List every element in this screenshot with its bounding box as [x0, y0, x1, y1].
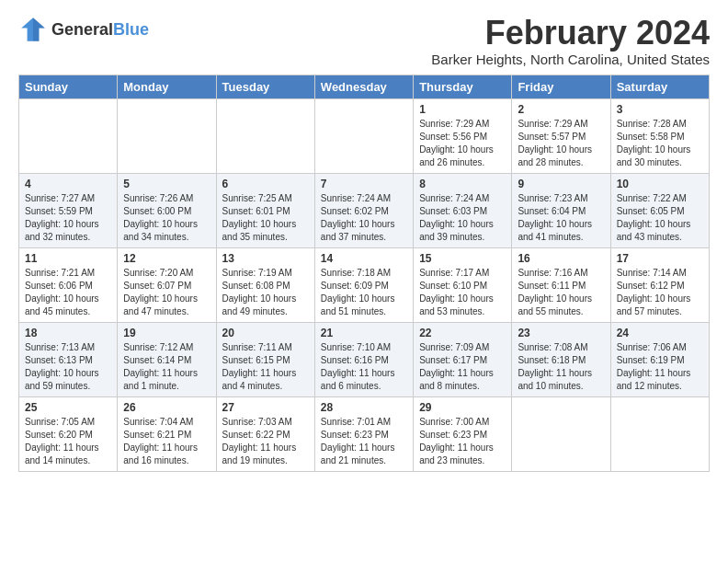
week-row-4: 25Sunrise: 7:05 AM Sunset: 6:20 PM Dayli… — [19, 396, 710, 471]
day-info: Sunrise: 7:10 AM Sunset: 6:16 PM Dayligh… — [321, 341, 407, 393]
day-info: Sunrise: 7:21 AM Sunset: 6:06 PM Dayligh… — [25, 267, 111, 318]
calendar-cell: 23Sunrise: 7:08 AM Sunset: 6:18 PM Dayli… — [512, 322, 610, 396]
day-number: 10 — [617, 178, 703, 190]
day-number: 11 — [25, 252, 111, 265]
day-number: 20 — [222, 327, 309, 339]
day-info: Sunrise: 7:01 AM Sunset: 6:23 PM Dayligh… — [321, 416, 407, 467]
header-row: SundayMondayTuesdayWednesdayThursdayFrid… — [19, 75, 710, 98]
day-info: Sunrise: 7:24 AM Sunset: 6:02 PM Dayligh… — [321, 192, 407, 244]
calendar-cell: 18Sunrise: 7:13 AM Sunset: 6:13 PM Dayli… — [19, 322, 118, 396]
day-info: Sunrise: 7:20 AM Sunset: 6:07 PM Dayligh… — [123, 267, 210, 318]
calendar-cell: 5Sunrise: 7:26 AM Sunset: 6:00 PM Daylig… — [118, 173, 216, 247]
calendar-cell: 16Sunrise: 7:16 AM Sunset: 6:11 PM Dayli… — [512, 247, 610, 322]
day-number: 8 — [419, 178, 506, 190]
calendar-cell: 20Sunrise: 7:11 AM Sunset: 6:15 PM Dayli… — [216, 322, 314, 396]
day-number: 23 — [518, 327, 604, 339]
calendar-cell: 21Sunrise: 7:10 AM Sunset: 6:16 PM Dayli… — [314, 322, 413, 396]
day-number: 14 — [321, 252, 407, 265]
calendar-cell: 6Sunrise: 7:25 AM Sunset: 6:01 PM Daylig… — [216, 173, 314, 247]
day-info: Sunrise: 7:18 AM Sunset: 6:09 PM Dayligh… — [321, 267, 407, 318]
main-title: February 2024 — [431, 15, 710, 52]
day-info: Sunrise: 7:06 AM Sunset: 6:19 PM Dayligh… — [617, 341, 703, 393]
logo-text: GeneralBlue — [51, 21, 149, 38]
header-cell-monday: Monday — [118, 75, 216, 98]
calendar-cell — [512, 396, 610, 471]
day-info: Sunrise: 7:24 AM Sunset: 6:03 PM Dayligh… — [419, 192, 506, 244]
calendar-cell: 15Sunrise: 7:17 AM Sunset: 6:10 PM Dayli… — [414, 247, 512, 322]
day-number: 29 — [419, 401, 506, 414]
calendar-cell: 19Sunrise: 7:12 AM Sunset: 6:14 PM Dayli… — [118, 322, 216, 396]
logo-text-general: General — [51, 20, 113, 39]
subtitle: Barker Heights, North Carolina, United S… — [431, 52, 710, 67]
day-number: 25 — [25, 401, 111, 414]
day-number: 28 — [321, 401, 407, 414]
day-number: 4 — [25, 178, 111, 190]
calendar-cell: 17Sunrise: 7:14 AM Sunset: 6:12 PM Dayli… — [610, 247, 709, 322]
day-number: 12 — [123, 252, 210, 265]
logo-icon — [18, 15, 48, 44]
calendar-cell: 12Sunrise: 7:20 AM Sunset: 6:07 PM Dayli… — [118, 247, 216, 322]
day-info: Sunrise: 7:04 AM Sunset: 6:21 PM Dayligh… — [123, 416, 210, 467]
calendar-cell: 8Sunrise: 7:24 AM Sunset: 6:03 PM Daylig… — [414, 173, 512, 247]
calendar-cell: 27Sunrise: 7:03 AM Sunset: 6:22 PM Dayli… — [216, 396, 314, 471]
day-number: 13 — [222, 252, 309, 265]
calendar-cell: 11Sunrise: 7:21 AM Sunset: 6:06 PM Dayli… — [19, 247, 118, 322]
header: GeneralBlue February 2024 Barker Heights… — [18, 15, 710, 67]
header-cell-tuesday: Tuesday — [216, 75, 314, 98]
header-cell-wednesday: Wednesday — [314, 75, 413, 98]
calendar-cell: 26Sunrise: 7:04 AM Sunset: 6:21 PM Dayli… — [118, 396, 216, 471]
day-number: 3 — [617, 103, 703, 116]
day-info: Sunrise: 7:13 AM Sunset: 6:13 PM Dayligh… — [25, 341, 111, 393]
day-number: 19 — [123, 327, 210, 339]
week-row-0: 1Sunrise: 7:29 AM Sunset: 5:56 PM Daylig… — [19, 98, 710, 173]
day-number: 2 — [518, 103, 604, 116]
day-info: Sunrise: 7:26 AM Sunset: 6:00 PM Dayligh… — [123, 192, 210, 244]
day-info: Sunrise: 7:19 AM Sunset: 6:08 PM Dayligh… — [222, 267, 309, 318]
calendar-cell — [314, 98, 413, 173]
week-row-2: 11Sunrise: 7:21 AM Sunset: 6:06 PM Dayli… — [19, 247, 710, 322]
day-number: 7 — [321, 178, 407, 190]
calendar-cell — [216, 98, 314, 173]
day-info: Sunrise: 7:28 AM Sunset: 5:58 PM Dayligh… — [617, 118, 703, 169]
calendar-cell: 29Sunrise: 7:00 AM Sunset: 6:23 PM Dayli… — [414, 396, 512, 471]
logo-text-blue: Blue — [113, 20, 149, 39]
day-number: 15 — [419, 252, 506, 265]
header-cell-thursday: Thursday — [414, 75, 512, 98]
day-number: 17 — [617, 252, 703, 265]
calendar-table: SundayMondayTuesdayWednesdayThursdayFrid… — [18, 75, 710, 472]
day-info: Sunrise: 7:29 AM Sunset: 5:57 PM Dayligh… — [518, 118, 604, 169]
calendar-cell: 13Sunrise: 7:19 AM Sunset: 6:08 PM Dayli… — [216, 247, 314, 322]
day-number: 21 — [321, 327, 407, 339]
calendar-cell: 4Sunrise: 7:27 AM Sunset: 5:59 PM Daylig… — [19, 173, 118, 247]
day-number: 5 — [123, 178, 210, 190]
day-number: 24 — [617, 327, 703, 339]
day-number: 16 — [518, 252, 604, 265]
calendar-cell — [19, 98, 118, 173]
day-number: 9 — [518, 178, 604, 190]
calendar-cell: 25Sunrise: 7:05 AM Sunset: 6:20 PM Dayli… — [19, 396, 118, 471]
svg-marker-1 — [33, 17, 45, 41]
calendar-cell: 14Sunrise: 7:18 AM Sunset: 6:09 PM Dayli… — [314, 247, 413, 322]
calendar-cell: 3Sunrise: 7:28 AM Sunset: 5:58 PM Daylig… — [610, 98, 709, 173]
calendar-cell — [610, 396, 709, 471]
day-info: Sunrise: 7:16 AM Sunset: 6:11 PM Dayligh… — [518, 267, 604, 318]
day-info: Sunrise: 7:23 AM Sunset: 6:04 PM Dayligh… — [518, 192, 604, 244]
calendar-cell: 2Sunrise: 7:29 AM Sunset: 5:57 PM Daylig… — [512, 98, 610, 173]
calendar-cell: 28Sunrise: 7:01 AM Sunset: 6:23 PM Dayli… — [314, 396, 413, 471]
calendar-cell — [118, 98, 216, 173]
day-info: Sunrise: 7:27 AM Sunset: 5:59 PM Dayligh… — [25, 192, 111, 244]
calendar-cell: 1Sunrise: 7:29 AM Sunset: 5:56 PM Daylig… — [414, 98, 512, 173]
day-info: Sunrise: 7:29 AM Sunset: 5:56 PM Dayligh… — [419, 118, 506, 169]
day-number: 22 — [419, 327, 506, 339]
logo: GeneralBlue — [18, 15, 149, 44]
calendar-cell: 9Sunrise: 7:23 AM Sunset: 6:04 PM Daylig… — [512, 173, 610, 247]
header-cell-saturday: Saturday — [610, 75, 709, 98]
header-cell-friday: Friday — [512, 75, 610, 98]
day-info: Sunrise: 7:00 AM Sunset: 6:23 PM Dayligh… — [419, 416, 506, 467]
header-cell-sunday: Sunday — [19, 75, 118, 98]
day-info: Sunrise: 7:08 AM Sunset: 6:18 PM Dayligh… — [518, 341, 604, 393]
week-row-3: 18Sunrise: 7:13 AM Sunset: 6:13 PM Dayli… — [19, 322, 710, 396]
day-info: Sunrise: 7:12 AM Sunset: 6:14 PM Dayligh… — [123, 341, 210, 393]
calendar-cell: 10Sunrise: 7:22 AM Sunset: 6:05 PM Dayli… — [610, 173, 709, 247]
day-info: Sunrise: 7:05 AM Sunset: 6:20 PM Dayligh… — [25, 416, 111, 467]
